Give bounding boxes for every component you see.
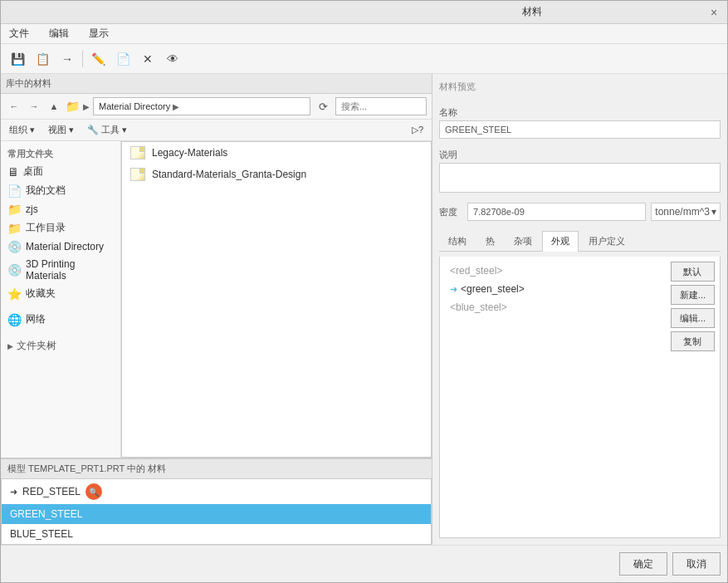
3d-printing-icon: 💿 bbox=[7, 263, 22, 277]
toolbar-edit[interactable]: ✏️ bbox=[86, 47, 110, 71]
close-button[interactable]: × bbox=[707, 6, 721, 19]
up-button[interactable]: ▲ bbox=[46, 98, 62, 115]
menu-bar: 文件 编辑 显示 bbox=[1, 24, 727, 44]
favorites-icon: ⭐ bbox=[7, 287, 22, 301]
copy-button[interactable]: 复制 bbox=[671, 331, 715, 351]
desktop-label: 桌面 bbox=[23, 164, 43, 179]
left-panel: 库中的材料 ← → ▲ 📁 ▶ Material Directory ▶ ⟳ 组… bbox=[1, 74, 432, 545]
address-path[interactable]: Material Directory ▶ bbox=[93, 97, 310, 115]
tabs: 结构 热 杂项 外观 用户定义 bbox=[439, 231, 721, 252]
toolbar-view[interactable]: 👁 bbox=[161, 47, 184, 71]
name-section: 名称 bbox=[439, 101, 721, 139]
tab-thermal[interactable]: 热 bbox=[476, 231, 504, 251]
model-item-blue[interactable]: BLUE_STEEL bbox=[2, 524, 431, 544]
desc-input[interactable] bbox=[439, 163, 721, 193]
tab-appearance[interactable]: 外观 bbox=[542, 231, 579, 252]
default-button[interactable]: 默认 bbox=[671, 262, 715, 282]
favorites-label: 收藏夹 bbox=[26, 287, 56, 301]
appearance-arrow-green: ➜ bbox=[450, 284, 457, 295]
main-content: 库中的材料 ← → ▲ 📁 ▶ Material Directory ▶ ⟳ 组… bbox=[1, 74, 727, 545]
sidebar-item-documents[interactable]: 📄 我的文档 bbox=[1, 181, 120, 200]
sidebar-item-desktop[interactable]: 🖥 桌面 bbox=[1, 162, 120, 181]
file-area: Legacy-Materials Standard-Materials_Gran… bbox=[121, 141, 432, 458]
documents-label: 我的文档 bbox=[26, 184, 66, 198]
side-buttons: 默认 新建... 编辑... 复制 bbox=[671, 262, 715, 532]
model-list: ➜ RED_STEEL 🔍 GREEN_STEEL BLUE_STEEL bbox=[1, 478, 432, 545]
menu-file[interactable]: 文件 bbox=[6, 25, 32, 42]
desc-label: 说明 bbox=[439, 149, 721, 161]
file-label-legacy: Legacy-Materials bbox=[152, 147, 227, 159]
density-section: 密度 tonne/mm^3 ▾ bbox=[439, 203, 721, 221]
back-button[interactable]: ← bbox=[6, 98, 22, 115]
file-item-legacy[interactable]: Legacy-Materials bbox=[122, 142, 431, 164]
menu-edit[interactable]: 编辑 bbox=[46, 25, 72, 42]
toolbar-arrow[interactable]: → bbox=[56, 47, 79, 71]
folder-tree-label: 文件夹树 bbox=[17, 339, 56, 353]
toolbar-save[interactable]: 💾 bbox=[6, 47, 29, 71]
bottom-buttons: 确定 取消 bbox=[1, 545, 727, 582]
sidebar-item-3d-printing[interactable]: 💿 3D Printing Materials bbox=[1, 256, 120, 284]
sidebar-item-workdir[interactable]: 📁 工作目录 bbox=[1, 218, 120, 238]
appearance-label-blue: <blue_steel> bbox=[450, 301, 507, 313]
view-bar: 组织 ▾ 视图 ▾ 🔧 工具 ▾ ▷? bbox=[1, 120, 432, 141]
toolbar-copy[interactable]: 📄 bbox=[111, 47, 134, 71]
forward-button[interactable]: → bbox=[26, 98, 42, 115]
menu-view[interactable]: 显示 bbox=[86, 25, 112, 42]
tab-content-appearance: <red_steel> ➜ <green_steel> <blue_steel>… bbox=[439, 257, 721, 538]
organize-button[interactable]: 组织 ▾ bbox=[6, 122, 38, 138]
sidebar-item-zjs[interactable]: 📁 zjs bbox=[1, 200, 120, 218]
sidebar-tree: 常用文件夹 🖥 桌面 📄 我的文档 📁 zjs 📁 bbox=[1, 141, 121, 458]
appearance-label-red: <red_steel> bbox=[450, 265, 502, 277]
appearance-item-red[interactable]: <red_steel> bbox=[445, 262, 666, 280]
help-pointer[interactable]: ▷? bbox=[408, 123, 427, 137]
tab-structure[interactable]: 结构 bbox=[439, 231, 476, 251]
toolbar-delete[interactable]: ✕ bbox=[136, 47, 159, 71]
sidebar-item-favorites[interactable]: ⭐ 收藏夹 bbox=[1, 284, 120, 303]
browser-area: 常用文件夹 🖥 桌面 📄 我的文档 📁 zjs 📁 bbox=[1, 141, 432, 458]
edit-button[interactable]: 编辑... bbox=[671, 308, 715, 328]
model-label-red: RED_STEEL bbox=[22, 486, 81, 497]
window-title: 材料 bbox=[358, 5, 708, 19]
path-sep: ▶ bbox=[173, 102, 179, 111]
appearance-list: <red_steel> ➜ <green_steel> <blue_steel> bbox=[445, 262, 666, 532]
3d-printing-label: 3D Printing Materials bbox=[26, 258, 114, 282]
toolbar-clipboard[interactable]: 📋 bbox=[31, 47, 54, 71]
material-dir-label: Material Directory bbox=[26, 241, 104, 252]
refresh-button[interactable]: ⟳ bbox=[314, 97, 332, 115]
appearance-item-green[interactable]: ➜ <green_steel> bbox=[445, 280, 666, 298]
address-bar: ← → ▲ 📁 ▶ Material Directory ▶ ⟳ bbox=[1, 94, 432, 120]
name-input[interactable] bbox=[439, 120, 721, 139]
sidebar-item-material-dir[interactable]: 💿 Material Directory bbox=[1, 238, 120, 256]
common-folders-label: 常用文件夹 bbox=[1, 145, 120, 162]
model-item-red[interactable]: ➜ RED_STEEL 🔍 bbox=[2, 479, 431, 504]
search-highlight-icon: 🔍 bbox=[86, 483, 102, 500]
model-panel: 模型 TEMPLATE_PRT1.PRT 中的 材料 ➜ RED_STEEL 🔍… bbox=[1, 458, 432, 545]
new-button[interactable]: 新建... bbox=[671, 285, 715, 305]
appearance-label-green: <green_steel> bbox=[461, 283, 525, 295]
right-panel: 材料预览 名称 说明 密度 tonne/mm^3 ▾ 结构 热 bbox=[432, 74, 727, 545]
view-button[interactable]: 视图 ▾ bbox=[45, 122, 77, 138]
folder-tree-section[interactable]: ▶ 文件夹树 bbox=[1, 336, 120, 356]
desc-section: 说明 bbox=[439, 144, 721, 193]
triangle-icon: ▶ bbox=[7, 342, 13, 350]
ok-button[interactable]: 确定 bbox=[619, 552, 667, 576]
desktop-icon: 🖥 bbox=[7, 165, 19, 179]
tab-user[interactable]: 用户定义 bbox=[579, 231, 634, 251]
tab-misc[interactable]: 杂项 bbox=[505, 231, 541, 251]
preview-title: 材料预览 bbox=[439, 81, 721, 93]
zjs-icon: 📁 bbox=[7, 203, 22, 216]
library-header: 库中的材料 bbox=[1, 74, 432, 94]
name-label: 名称 bbox=[439, 106, 721, 119]
appearance-item-blue[interactable]: <blue_steel> bbox=[445, 298, 666, 316]
search-input[interactable] bbox=[335, 97, 427, 115]
model-item-green[interactable]: GREEN_STEEL bbox=[2, 504, 431, 524]
file-item-standard[interactable]: Standard-Materials_Granta-Design bbox=[122, 164, 431, 185]
workdir-icon: 📁 bbox=[7, 222, 22, 235]
model-header: 模型 TEMPLATE_PRT1.PRT 中的 材料 bbox=[1, 459, 432, 478]
sidebar-item-network[interactable]: 🌐 网络 bbox=[1, 310, 120, 329]
density-unit[interactable]: tonne/mm^3 ▾ bbox=[651, 203, 721, 221]
density-input[interactable] bbox=[467, 203, 646, 221]
tools-button[interactable]: 🔧 工具 ▾ bbox=[84, 122, 130, 138]
cancel-button[interactable]: 取消 bbox=[672, 552, 721, 576]
title-bar: 材料 × bbox=[1, 1, 727, 24]
